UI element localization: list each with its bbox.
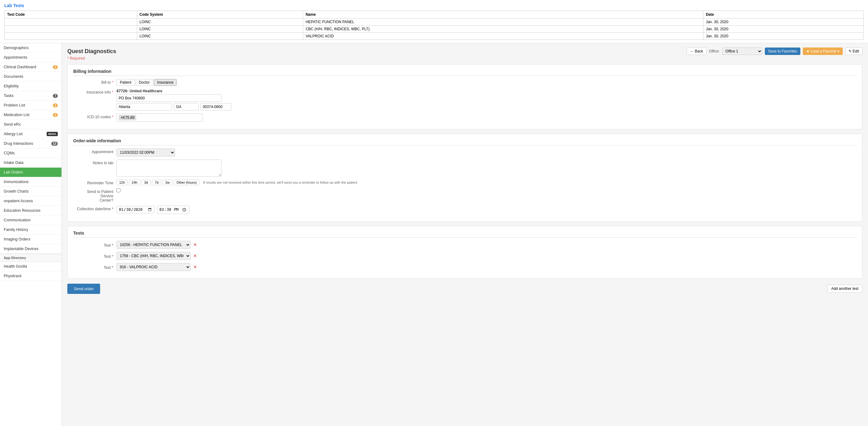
sidebar-label: Education Resources [4,208,40,213]
sidebar-label: Lab Orders [4,170,23,174]
insurance-city-input[interactable] [117,103,172,110]
sidebar-item-immunizations[interactable]: Immunizations [0,177,61,187]
sidebar-item-drug-interactions[interactable]: Drug Interactions13 [0,139,61,149]
notes-textarea[interactable] [117,160,221,176]
sidebar-item-allergy-list[interactable]: Allergy ListNKDA [0,129,61,139]
reminder-options: 12h 24h 3d 7d 2w Other (hours) If result… [117,180,357,185]
lab-table-row: LOINC CBC (H/H, RBC, INDICES, WBC, PLT) … [5,26,864,33]
sidebar-item-problem-list[interactable]: Problem List1 [0,101,61,110]
reminder-2w[interactable]: 2w [162,180,173,185]
remove-test-button[interactable]: × [194,242,196,248]
sidebar-item-imaging-orders[interactable]: Imaging Orders [0,235,61,244]
add-test-button[interactable]: Add another test [827,285,862,293]
collection-time-input[interactable] [157,205,189,214]
insurance-addr-row [117,103,231,110]
lab-name: CBC (H/H, RBC, INDICES, WBC, PLT) [303,26,703,33]
icd-input-container[interactable]: × K75.89 [117,113,203,122]
lab-code-system: LOINC [137,26,303,33]
insurance-info-row: Insurance info * 87726: United Healthcar… [73,89,857,110]
notes-label: Notes to lab [73,160,113,165]
sidebar-item-communication[interactable]: Communication [0,216,61,225]
insurance-info-label: Insurance info * [73,89,113,94]
sidebar-item-implantable-devices[interactable]: Implantable Devices [0,244,61,254]
office-label: Office: [709,49,719,54]
col-date: Date [703,11,864,19]
insurance-state-input[interactable] [174,103,198,110]
sidebar-label: Communication [4,218,31,222]
quest-header: Quest Diagnostics ← Back Office: Office … [67,47,862,55]
back-button[interactable]: ← Back [687,47,707,55]
bill-buttons: Patient Doctor Insurance [117,79,177,86]
lab-date: Jan. 30, 2020 [703,26,864,33]
sidebar-item-lab-orders[interactable]: Lab Orders [0,168,61,177]
bill-insurance-button[interactable]: Insurance [154,79,177,86]
office-select[interactable]: Office 1 [722,47,762,55]
icd-row: ICD-10 codes * × K75.89 [73,113,857,122]
sidebar-item-appointments[interactable]: Appointments [0,53,61,62]
sidebar-label: Intake Data [4,161,24,165]
sidebar-item-cqms[interactable]: CQMs [0,149,61,158]
sidebar-label: CQMs [4,151,14,155]
lab-table-row: LOINC HEPATIC FUNCTION PANEL Jan. 30, 20… [5,19,864,26]
sidebar-label: Clinical Dashboard [4,65,36,69]
insurance-address1-input[interactable] [117,94,221,102]
sidebar-label: Imaging Orders [4,237,30,241]
load-favorite-button[interactable]: ★ Load a Favorite ▾ [803,47,843,55]
test-row: Test * 10256 - HEPATIC FUNCTION PANEL × [73,241,857,249]
badge: 1 [53,103,58,107]
reminder-other[interactable]: Other (hours) [174,180,199,185]
sidebar-label: Appointments [4,55,27,60]
bill-doctor-button[interactable]: Doctor [135,79,153,86]
sidebar-item-onpatient-access[interactable]: onpatient Access [0,196,61,206]
sidebar-label: Problem List [4,103,25,107]
collection-date-input[interactable] [117,206,154,213]
edit-button[interactable]: ✎ Edit [845,47,862,55]
test-select-1[interactable]: 1759 - CBC (H/H, RBC, INDICES, WBC, Pl..… [117,252,191,260]
billing-title: Billing information [73,69,857,76]
lab-name: VALPROIC ACID [303,33,703,40]
reminder-3d[interactable]: 3d [142,180,151,185]
icd-label: ICD-10 codes * [73,113,113,119]
appointment-label: Appointment [73,149,113,154]
sidebar-item-demographics[interactable]: Demographics [0,43,61,53]
appointment-select[interactable]: 11/03/2022 02:00PM [117,149,175,157]
test-label: Test * [73,242,113,248]
send-patient-checkbox[interactable] [117,188,121,192]
required-note: * Required [67,56,862,61]
sidebar-label: Growth Charts [4,189,29,194]
sidebar-label: Family History [4,228,28,232]
badge: 13 [51,142,58,146]
sidebar-item-medication-list[interactable]: Medication List1 [0,110,61,120]
bill-patient-button[interactable]: Patient [117,79,135,86]
reminder-row: Reminder Time 12h 24h 3d 7d 2w Other (ho… [73,180,857,185]
sidebar-item-send-erx[interactable]: Send eRx [0,120,61,129]
reminder-12h[interactable]: 12h [117,180,128,185]
test-select-2[interactable]: 916 - VALPROIC ACID [117,263,191,271]
reminder-24h[interactable]: 24h [129,180,140,185]
remove-test-button[interactable]: × [194,253,196,259]
send-order-button[interactable]: Send order [67,284,100,294]
sidebar-label: Demographics [4,46,29,50]
send-patient-row: Send to Patient ServiceCenter? [73,188,857,202]
insurance-zip-input[interactable] [200,103,231,110]
sidebar-item-intake-data[interactable]: Intake Data [0,158,61,168]
reminder-7d[interactable]: 7d [152,180,161,185]
sidebar-item-family-history[interactable]: Family History [0,225,61,235]
save-favorites-button[interactable]: Save to Favorites [765,47,800,55]
sidebar-item-education-resources[interactable]: Education Resources [0,206,61,216]
test-row: Test * 916 - VALPROIC ACID × [73,263,857,271]
sidebar-item-tasks[interactable]: Tasks7 [0,91,61,101]
app-item-health-gorilla[interactable]: Health Gorilla [0,262,61,271]
app-item-physitrack[interactable]: Physitrack [0,271,61,281]
sidebar-item-clinical-dashboard[interactable]: Clinical Dashboard1 [0,62,61,72]
app-item-label: Physitrack [4,274,22,278]
sidebar-item-growth-charts[interactable]: Growth Charts [0,187,61,196]
remove-test-button[interactable]: × [194,264,196,270]
sidebar-item-eligibility[interactable]: Eligibility [0,81,61,91]
app-item-label: Health Gorilla [4,264,27,269]
sidebar-item-documents[interactable]: Documents [0,72,61,81]
test-select-0[interactable]: 10256 - HEPATIC FUNCTION PANEL [117,241,191,249]
lab-code-system: LOINC [137,33,303,40]
sidebar-label: onpatient Access [4,199,33,203]
collection-row: Collection date/time * [73,205,857,214]
